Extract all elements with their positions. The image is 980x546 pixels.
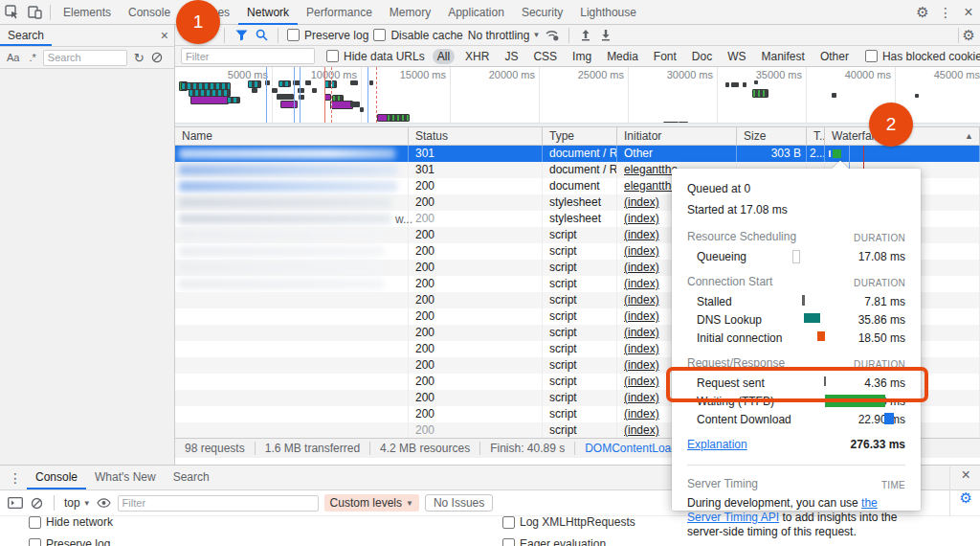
filter-type-ws[interactable]: WS <box>723 49 750 64</box>
filter-type-doc[interactable]: Doc <box>687 49 717 64</box>
filter-type-media[interactable]: Media <box>602 49 643 64</box>
no-issues-badge[interactable]: No Issues <box>425 494 493 512</box>
cell-name <box>175 194 409 211</box>
search-network-icon[interactable] <box>254 28 269 43</box>
network-overview-timeline[interactable]: 5000 ms10000 ms15000 ms20000 ms25000 ms3… <box>175 67 980 127</box>
column-header-name[interactable]: Name <box>175 127 409 145</box>
tab-elements[interactable]: Elements <box>55 0 120 25</box>
filter-type-img[interactable]: Img <box>568 49 596 64</box>
timing-bar <box>884 413 894 424</box>
column-header-t[interactable]: T... <box>807 127 825 145</box>
filter-type-manifest[interactable]: Manifest <box>757 49 810 64</box>
regex-toggle[interactable]: .* <box>26 52 38 63</box>
log-xmlhttprequests-checkbox[interactable]: Log XMLHttpRequests <box>502 515 635 529</box>
overview-request-bar <box>350 80 358 85</box>
timeline-tick-label: 25000 ms <box>578 69 628 80</box>
cell-initiator: Other <box>617 146 737 162</box>
filter-type-css[interactable]: CSS <box>528 49 562 64</box>
tab-network[interactable]: Network <box>238 0 298 25</box>
cell-type: document / R... <box>543 146 617 162</box>
drawer-tab-search[interactable]: Search <box>165 466 218 489</box>
cell-type: script <box>543 374 617 390</box>
network-conditions-icon[interactable] <box>545 28 560 43</box>
search-close-icon[interactable]: × <box>161 28 168 43</box>
preserve-log-checkbox[interactable]: Preserve log <box>287 29 368 42</box>
drawer-tab-what-s-new[interactable]: What's New <box>86 466 165 489</box>
filter-type-all[interactable]: All <box>433 49 455 64</box>
redacted-name-blur <box>179 165 397 175</box>
network-settings-gear-icon[interactable]: ⚙ <box>963 27 975 44</box>
more-menu-icon[interactable]: ⋮ <box>934 2 957 23</box>
timing-section-header: Request/ResponseDURATION <box>687 347 905 374</box>
divider <box>687 465 905 466</box>
tab-console[interactable]: Console <box>120 0 179 25</box>
clear-console-icon[interactable] <box>29 495 44 511</box>
search-panel: Search × Aa .* ↻ <box>0 25 175 465</box>
preserve-log-checkbox[interactable]: Preserve log <box>29 537 113 546</box>
tab-memory[interactable]: Memory <box>381 0 439 25</box>
tab-security[interactable]: Security <box>513 0 571 25</box>
timing-bar <box>792 250 800 263</box>
network-toolbar: Preserve log Disable cache No throttling… <box>175 25 980 46</box>
checkbox[interactable] <box>287 29 300 41</box>
network-filter-input[interactable] <box>181 48 315 64</box>
tab-lighthouse[interactable]: Lighthouse <box>571 0 645 25</box>
tab-application[interactable]: Application <box>439 0 513 25</box>
cell-name <box>175 308 409 325</box>
export-har-icon[interactable] <box>598 28 613 43</box>
disable-cache-checkbox[interactable]: Disable cache <box>373 29 462 42</box>
search-input[interactable] <box>43 50 127 66</box>
column-header-type[interactable]: Type <box>543 127 617 145</box>
timing-row: Request sent4.36 ms <box>687 374 905 392</box>
sort-arrow-icon[interactable]: ▲ <box>965 127 973 145</box>
drawer-close-icon[interactable]: × <box>962 466 970 484</box>
cell-status: 200 <box>409 194 543 211</box>
filter-type-font[interactable]: Font <box>649 49 681 64</box>
column-header-initiator[interactable]: Initiator <box>617 127 737 145</box>
throttling-select[interactable]: No throttling▼ <box>468 29 541 42</box>
explanation-link[interactable]: Explanation <box>687 438 747 451</box>
console-filter-input[interactable] <box>118 495 319 512</box>
refresh-icon[interactable]: ↻ <box>131 51 147 65</box>
checkbox[interactable] <box>373 29 386 41</box>
annotation-circle-1: 1 <box>176 0 220 44</box>
device-toolbar-icon[interactable] <box>23 2 46 23</box>
console-settings-gear-icon[interactable]: ⚙ <box>960 489 972 507</box>
tab-performance[interactable]: Performance <box>298 0 381 25</box>
filter-funnel-icon[interactable] <box>234 28 249 43</box>
load-marker-line <box>863 146 864 170</box>
clear-search-icon[interactable] <box>151 52 163 63</box>
column-header-size[interactable]: Size <box>737 127 807 145</box>
console-context-select[interactable]: top▼ <box>64 496 91 510</box>
console-sidebar-icon[interactable] <box>8 495 23 511</box>
network-filter-bar: Hide data URLs AllXHRJSCSSImgMediaFontDo… <box>175 46 980 67</box>
filter-type-js[interactable]: JS <box>500 49 523 64</box>
filter-type-other[interactable]: Other <box>815 49 854 64</box>
redacted-name-blur <box>179 148 395 159</box>
drawer-menu-icon[interactable]: ⋮ <box>4 467 27 489</box>
timing-row-waiting: Waiting (TTFB)169.63 ms <box>687 392 905 410</box>
column-header-status[interactable]: Status <box>409 127 543 145</box>
hide-data-urls-checkbox[interactable]: Hide data URLs <box>326 50 425 63</box>
table-row[interactable]: 301document / R...Other303 B2... <box>175 146 980 162</box>
import-har-icon[interactable] <box>578 28 593 43</box>
match-case-toggle[interactable]: Aa <box>4 52 22 63</box>
eager-evaluation-checkbox[interactable]: Eager evaluation <box>502 537 635 546</box>
overview-request-bar <box>272 88 278 93</box>
settings-gear-icon[interactable]: ⚙ <box>911 2 934 23</box>
drawer-tab-console[interactable]: Console <box>27 466 86 489</box>
redacted-name-blur <box>179 197 391 208</box>
cell-status: 200 <box>409 374 543 390</box>
eye-icon[interactable] <box>97 495 112 511</box>
overview-request-bar <box>280 101 298 108</box>
inspect-cursor-icon[interactable] <box>0 2 23 23</box>
custom-levels-select[interactable]: Custom levels▼ <box>324 494 419 512</box>
devtools-close-icon[interactable]: × <box>957 2 980 23</box>
has-blocked-cookies-checkbox[interactable]: Has blocked cookies <box>865 50 980 63</box>
filter-type-xhr[interactable]: XHR <box>460 49 494 64</box>
cell-name <box>175 292 409 308</box>
cell-status: 200 <box>409 357 543 374</box>
cell-name <box>175 260 409 276</box>
cell-status: 301 <box>409 162 543 178</box>
hide-network-checkbox[interactable]: Hide network <box>29 515 113 529</box>
